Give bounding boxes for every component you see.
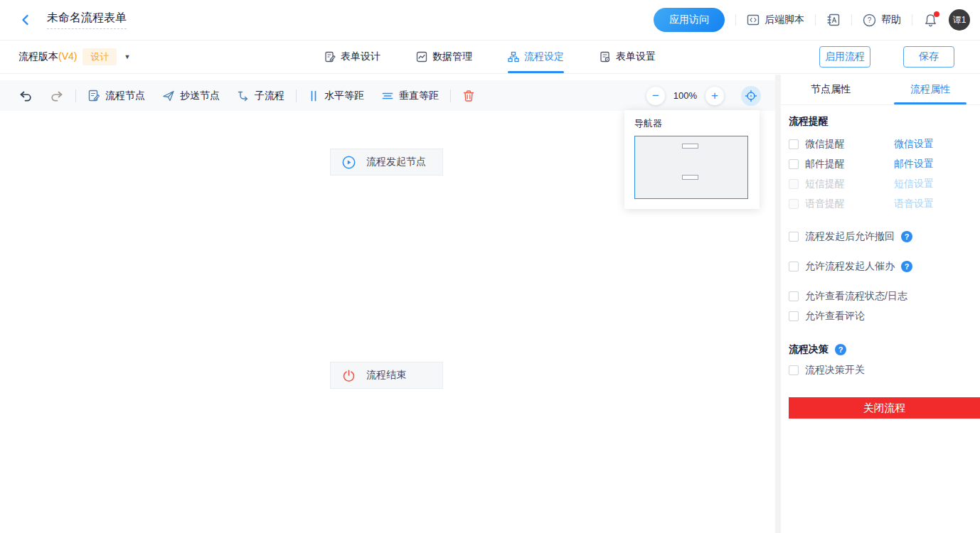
form-settings-icon bbox=[600, 51, 611, 63]
tab-flow-properties[interactable]: 流程属性 bbox=[880, 75, 980, 104]
option-view-status-log: 允许查看流程状态/日志 bbox=[789, 286, 969, 306]
translate-icon[interactable] bbox=[826, 13, 841, 27]
back-button[interactable] bbox=[18, 13, 33, 27]
divider bbox=[912, 14, 912, 26]
help-icon[interactable]: ? bbox=[901, 231, 912, 242]
minimap[interactable] bbox=[634, 136, 748, 199]
vertical-spacing-button[interactable]: 垂直等距 bbox=[381, 90, 439, 102]
minimap-node bbox=[682, 144, 698, 149]
help-icon[interactable]: ? bbox=[835, 344, 846, 355]
notification-badge bbox=[934, 11, 939, 17]
option-view-comments: 允许查看评论 bbox=[789, 306, 969, 326]
start-node-label: 流程发起节点 bbox=[366, 156, 426, 168]
add-cc-node-button[interactable]: 抄送节点 bbox=[162, 90, 220, 102]
wechat-settings-link[interactable]: 微信设置 bbox=[894, 138, 934, 151]
zoom-in-button[interactable]: + bbox=[705, 87, 724, 105]
horizontal-spacing-icon bbox=[308, 90, 319, 102]
flow-end-node[interactable]: 流程结束 bbox=[330, 362, 443, 389]
horizontal-spacing-button[interactable]: 水平等距 bbox=[308, 90, 364, 102]
sms-settings-link: 短信设置 bbox=[894, 178, 934, 190]
navigator-panel: 导航器 bbox=[624, 110, 760, 209]
top-header: 未命名流程表单 应用访问 后端脚本 ? 帮助 bbox=[0, 0, 980, 41]
save-button[interactable]: 保存 bbox=[903, 46, 954, 68]
option-allow-urge: 允许流程发起人催办 ? bbox=[789, 257, 969, 276]
voice-settings-link: 语音设置 bbox=[894, 198, 934, 210]
code-icon bbox=[747, 14, 760, 26]
view-status-log-checkbox[interactable] bbox=[789, 291, 799, 301]
version-label: 流程版本(V4) bbox=[18, 50, 77, 63]
data-chart-icon bbox=[416, 51, 427, 63]
enable-flow-button[interactable]: 启用流程 bbox=[819, 46, 870, 68]
play-circle-icon bbox=[342, 156, 356, 169]
sub-header: 流程版本(V4) 设计 ▼ 表单设计 数据管理 流程设定 bbox=[0, 41, 980, 74]
flow-icon bbox=[508, 51, 519, 63]
notification-bell-icon[interactable] bbox=[923, 13, 938, 28]
version-number: (V4) bbox=[58, 50, 77, 62]
allow-withdraw-checkbox[interactable] bbox=[789, 232, 799, 242]
zoom-out-button[interactable]: − bbox=[646, 87, 665, 105]
help-label: 帮助 bbox=[881, 14, 901, 26]
subheader-actions: 启用流程 保存 bbox=[819, 46, 954, 68]
zoom-level: 100% bbox=[673, 90, 697, 101]
reminder-list: 微信提醒 微信设置 邮件提醒 邮件设置 短信提醒 短信设置 bbox=[789, 134, 969, 214]
reminder-row-wechat: 微信提醒 微信设置 bbox=[789, 134, 969, 154]
delete-icon[interactable] bbox=[462, 90, 475, 102]
reminder-row-email: 邮件提醒 邮件设置 bbox=[789, 154, 969, 174]
vertical-spacing-icon bbox=[381, 90, 394, 102]
end-node-label: 流程结束 bbox=[366, 369, 406, 382]
undo-icon[interactable] bbox=[18, 89, 33, 103]
tab-flow-settings[interactable]: 流程设定 bbox=[508, 41, 564, 73]
decision-switch-checkbox[interactable] bbox=[789, 365, 799, 375]
flow-toolbar: 流程节点 抄送节点 子流程 bbox=[0, 80, 775, 111]
subflow-icon bbox=[237, 90, 250, 102]
email-reminder-checkbox[interactable] bbox=[789, 159, 799, 169]
form-design-icon bbox=[324, 51, 336, 63]
fit-view-button[interactable] bbox=[741, 86, 761, 106]
flow-properties-body: 流程提醒 微信提醒 微信设置 邮件提醒 邮件设置 短信提醒 bbox=[781, 105, 980, 419]
tab-form-settings[interactable]: 表单设置 bbox=[600, 41, 656, 73]
chevron-left-icon bbox=[18, 13, 33, 27]
power-icon bbox=[342, 369, 356, 382]
paper-plane-icon bbox=[162, 90, 175, 102]
add-flow-node-button[interactable]: 流程节点 bbox=[87, 90, 145, 102]
sms-reminder-checkbox bbox=[789, 179, 799, 189]
question-circle-icon: ? bbox=[863, 14, 876, 27]
flow-start-node[interactable]: 流程发起节点 bbox=[330, 149, 443, 176]
allow-urge-checkbox[interactable] bbox=[789, 262, 799, 271]
wechat-reminder-checkbox[interactable] bbox=[789, 139, 799, 149]
decision-section-header: 流程决策 ? bbox=[789, 343, 969, 356]
workflow-designer-app: 未命名流程表单 应用访问 后端脚本 ? 帮助 bbox=[0, 0, 980, 533]
design-status-tag[interactable]: 设计 bbox=[82, 48, 117, 65]
close-flow-button[interactable]: 关闭流程 bbox=[789, 397, 980, 419]
main-area: 流程节点 抄送节点 子流程 bbox=[0, 75, 980, 533]
help-icon[interactable]: ? bbox=[901, 261, 912, 272]
view-comments-checkbox[interactable] bbox=[789, 311, 799, 321]
svg-text:?: ? bbox=[868, 16, 872, 24]
properties-panel: 节点属性 流程属性 流程提醒 微信提醒 微信设置 邮件提醒 邮件设置 bbox=[781, 75, 980, 533]
divider bbox=[851, 14, 852, 26]
redo-icon[interactable] bbox=[50, 89, 64, 103]
crosshair-icon bbox=[745, 90, 757, 102]
tab-form-design[interactable]: 表单设计 bbox=[324, 41, 380, 73]
properties-tabs: 节点属性 流程属性 bbox=[781, 75, 980, 105]
add-subflow-button[interactable]: 子流程 bbox=[237, 90, 284, 102]
tab-data-management[interactable]: 数据管理 bbox=[416, 41, 472, 73]
chevron-down-icon[interactable]: ▼ bbox=[124, 53, 130, 60]
navigator-title: 导航器 bbox=[634, 117, 750, 130]
backend-script-button[interactable]: 后端脚本 bbox=[747, 14, 804, 26]
option-decision-switch: 流程决策开关 bbox=[789, 360, 969, 380]
user-avatar[interactable]: 谭1 bbox=[949, 9, 970, 31]
reminder-row-voice: 语音提醒 语音设置 bbox=[789, 194, 969, 214]
flow-node-icon bbox=[87, 90, 100, 102]
flow-editor: 流程节点 抄送节点 子流程 bbox=[0, 75, 775, 533]
help-button[interactable]: ? 帮助 bbox=[863, 14, 901, 27]
email-settings-link[interactable]: 邮件设置 bbox=[894, 158, 934, 171]
divider bbox=[815, 14, 816, 26]
divider bbox=[296, 90, 297, 102]
minimap-node bbox=[682, 175, 698, 180]
panel-divider bbox=[775, 75, 781, 533]
divider bbox=[75, 90, 76, 102]
main-tabs: 表单设计 数据管理 流程设定 表单设置 bbox=[324, 41, 656, 73]
app-access-button[interactable]: 应用访问 bbox=[654, 8, 725, 32]
tab-node-properties[interactable]: 节点属性 bbox=[781, 75, 880, 104]
